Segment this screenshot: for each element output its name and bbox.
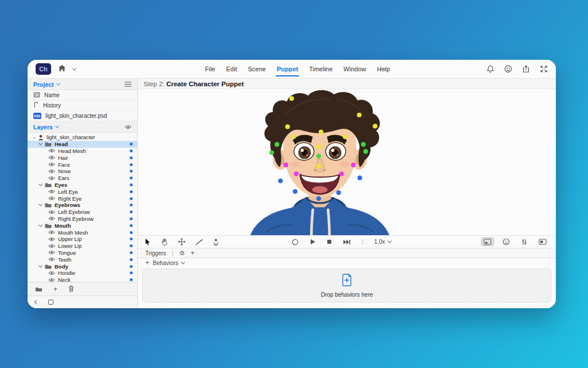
puppet-pin-magenta[interactable] (284, 163, 288, 167)
puppet-pin-yellow[interactable] (289, 96, 294, 101)
puppet-pin-yellow[interactable] (319, 130, 323, 135)
eye-icon[interactable] (48, 250, 55, 255)
stop-icon[interactable] (327, 239, 332, 244)
pan-tool-icon[interactable] (161, 238, 168, 246)
menu-timeline[interactable]: Timeline (309, 60, 332, 78)
behaviors-drop-zone[interactable]: Drop behaviors here (142, 269, 551, 302)
layer-hoodie[interactable]: Hoodie (28, 270, 137, 277)
eye-icon[interactable] (48, 148, 55, 153)
layer-tag-dot[interactable] (130, 271, 133, 274)
layer-mouth-mesh[interactable]: Mouth Mesh (28, 229, 137, 236)
rig-tool-icon[interactable] (213, 239, 219, 246)
layer-group-eyebrows[interactable]: Eyebrows (28, 202, 137, 209)
layer-tag-dot[interactable] (130, 177, 133, 179)
add-icon[interactable]: + (53, 286, 57, 293)
layer-upper-lip[interactable]: Upper Lip (28, 236, 137, 243)
eye-icon[interactable] (48, 210, 55, 214)
layer-tag-dot[interactable] (130, 265, 133, 268)
menu-file[interactable]: File (205, 60, 215, 78)
project-item[interactable]: Name (28, 90, 137, 101)
project-item[interactable]: History (28, 101, 137, 111)
puppet-pin-yellow[interactable] (357, 113, 361, 117)
eye-icon[interactable] (48, 176, 55, 181)
layer-tag-dot[interactable] (130, 251, 133, 254)
eye-icon[interactable] (48, 257, 55, 262)
puppet-pin-magenta[interactable] (351, 163, 355, 167)
puppet-pin-blue[interactable] (316, 196, 321, 201)
eye-icon[interactable] (48, 196, 55, 201)
face-tracking-toggle[interactable] (500, 237, 512, 247)
puppet-pin-green[interactable] (361, 142, 366, 147)
home-icon[interactable] (58, 64, 66, 74)
layer-ears[interactable]: Ears (28, 175, 137, 182)
puppet-pin-yellow[interactable] (285, 124, 290, 129)
puppet-pin-yellow[interactable] (316, 144, 321, 149)
layer-tag-dot[interactable] (130, 244, 133, 247)
puppet-pin-magenta[interactable] (294, 171, 299, 176)
transform-tool-icon[interactable] (178, 238, 185, 246)
puppet-pin-blue[interactable] (278, 178, 283, 183)
new-folder-icon[interactable] (35, 284, 42, 294)
eye-icon[interactable] (48, 169, 55, 174)
puppet-pin-green[interactable] (363, 149, 368, 154)
eye-icon[interactable] (48, 189, 55, 194)
puppet-pin-green[interactable] (269, 150, 274, 155)
add-trigger-icon[interactable]: + (191, 250, 195, 256)
eye-icon[interactable] (48, 271, 55, 275)
record-icon[interactable] (292, 239, 299, 246)
layer-group-eyes[interactable]: Eyes (28, 182, 137, 189)
layer-group-head[interactable]: Head (28, 141, 137, 148)
layer-hair[interactable]: Hair (28, 154, 137, 161)
mesh-panel-toggle[interactable] (481, 237, 494, 246)
skip-end-icon[interactable] (343, 239, 351, 245)
select-tool-icon[interactable] (145, 238, 151, 246)
layer-nose[interactable]: Nose (28, 168, 137, 175)
hamburger-menu-icon[interactable] (125, 82, 131, 87)
curve-tool-icon[interactable] (195, 239, 203, 245)
emoji-icon[interactable] (504, 65, 512, 73)
puppet-pin-yellow[interactable] (291, 135, 296, 139)
layer-tag-dot[interactable] (130, 150, 133, 152)
playback-speed-dropdown[interactable]: 1.0x (374, 239, 391, 245)
puppet-canvas[interactable] (138, 89, 556, 236)
behaviors-header[interactable]: + Behaviors (138, 258, 556, 267)
play-icon[interactable] (310, 239, 316, 245)
layer-right-eyebrow[interactable]: Right Eyebrow (28, 216, 137, 223)
layer-right-eye[interactable]: Right Eye (28, 195, 137, 202)
layer-group-body[interactable]: Body (28, 263, 137, 270)
layer-left-eye[interactable]: Left Eye (28, 188, 137, 195)
trash-icon[interactable] (68, 284, 74, 294)
layer-tag-dot[interactable] (130, 210, 133, 213)
controls-toggle[interactable] (519, 237, 530, 247)
layers-panel-header[interactable]: Layers (28, 121, 137, 133)
layer-root[interactable]: ●light_skin_character (28, 134, 137, 141)
menu-window[interactable]: Window (343, 60, 366, 78)
puppet-pin-blue[interactable] (293, 189, 297, 194)
layer-teeth[interactable]: Teeth (28, 256, 137, 263)
eye-icon[interactable] (48, 216, 55, 221)
layer-tag-dot[interactable] (130, 278, 133, 281)
gear-icon[interactable]: ⚙ (179, 250, 185, 256)
layer-left-eyebrow[interactable]: Left Eyebrow (28, 209, 137, 216)
layer-tag-dot[interactable] (130, 183, 133, 186)
layer-tag-dot[interactable] (130, 170, 133, 172)
layer-tag-dot[interactable] (130, 224, 133, 227)
puppet-pin-yellow[interactable] (373, 124, 377, 128)
add-behavior-icon[interactable]: + (145, 259, 149, 266)
layer-tag-dot[interactable] (130, 163, 133, 166)
layer-tongue[interactable]: Tongue (28, 250, 137, 256)
layer-tag-dot[interactable] (130, 190, 133, 193)
chevron-down-icon[interactable] (72, 66, 76, 70)
puppet-pin-magenta[interactable] (339, 171, 344, 176)
puppet-pin-blue[interactable] (357, 175, 362, 180)
eye-icon[interactable] (48, 155, 55, 160)
layer-tag-dot[interactable] (130, 231, 133, 234)
layer-lower-lip[interactable]: Lower Lip (28, 243, 137, 250)
puppet-pin-yellow[interactable] (316, 164, 321, 168)
layer-tag-dot[interactable] (130, 156, 133, 159)
layer-tag-dot[interactable] (130, 143, 133, 145)
eye-icon[interactable] (48, 230, 55, 235)
layer-face[interactable]: Face (28, 161, 137, 168)
layer-tag-dot[interactable] (130, 237, 133, 240)
eye-icon[interactable] (48, 244, 55, 248)
